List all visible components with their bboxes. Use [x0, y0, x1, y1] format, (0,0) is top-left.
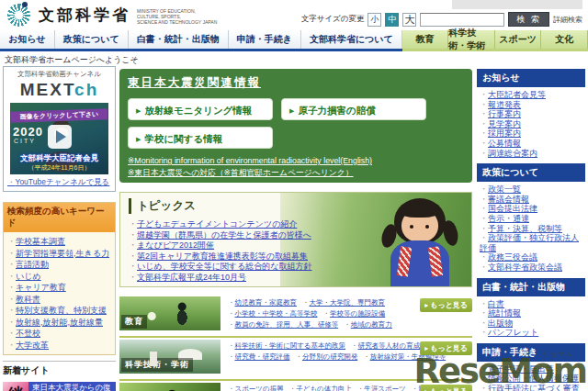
topic-link[interactable]: 子どもエデュテイメントコンテンツの紹介 [137, 219, 297, 229]
mext-logo-link[interactable]: 文部科学省 MINISTRY OF EDUCATION, CULTURE, SP… [7, 4, 217, 27]
global-nav: お知らせ政策について白書・統計・出版物申請・手続き文部科学省について 教育科学技… [0, 30, 588, 51]
nav-item[interactable]: スポーツ [495, 30, 542, 49]
sidebar-link[interactable]: 文部科学省政策会議 [488, 263, 562, 272]
site-subtitle-en: MINISTRY OF EDUCATION, CULTURE, SPORTS, … [137, 8, 217, 25]
keyword-link[interactable]: キャリア教育 [16, 283, 66, 292]
sports-photo[interactable]: スポーツ [119, 383, 220, 391]
mextch-channel-label: 文部科学省動画チャンネル [4, 70, 115, 79]
sidebar-link[interactable]: 大臣記者会見等 [488, 90, 546, 99]
topics-box: トピックス 子どもエデュテイメントコンテンツの紹介堀越学園（群馬県）の在学生と保… [119, 192, 472, 287]
category-link[interactable]: スポーツの振興 [228, 385, 284, 391]
sidebar-link[interactable]: 統計情報 [488, 308, 521, 318]
sidebar-link[interactable]: 告示・通達 [488, 214, 529, 223]
category-link[interactable]: 研究者等人材の育成 [351, 341, 420, 351]
sidebar-header: 白書・統計・出版物 [477, 278, 585, 296]
topic-link[interactable]: 堀越学園（群馬県）の在学生と保護者の皆様へ [137, 230, 311, 240]
keyword-link[interactable]: いじめ [16, 272, 41, 281]
keyword-link[interactable]: 新学習指導要領,生きる力 [16, 249, 109, 258]
youtube-channel-link[interactable]: YouTubeチャンネルで見る [7, 177, 115, 188]
disaster-button[interactable]: 放射線モニタリング情報 [128, 98, 273, 120]
keyword-link[interactable]: 不登校 [16, 329, 40, 338]
sidebar-link[interactable]: 政策評価・独立行政法人評価 [480, 233, 579, 252]
sidebar-link[interactable]: 出版物 [488, 318, 513, 328]
kizuna-banner[interactable]: 絆 東日本大震災からの復興 [3, 382, 116, 391]
disaster-title: 東日本大震災関連情報 [128, 75, 464, 91]
keyword-item: 大学改革 [7, 340, 113, 352]
sidebar-link[interactable]: 政務三役会議 [488, 252, 537, 262]
nav-item[interactable]: 科学技術・学術 [448, 30, 495, 49]
overlay-city: CITY [14, 138, 36, 144]
nav-item[interactable]: 政策について [55, 30, 129, 49]
disaster-link[interactable]: ※東日本大震災への対応（※首相官邸ホームページへリンク） [128, 167, 464, 179]
sidebar-links: 政策一覧審議会情報国会提出法律告示・通達予算・決算、税制等政策評価・独立行政法人… [477, 184, 585, 272]
site-header: 文部科学省 MINISTRY OF EDUCATION, CULTURE, SP… [0, 0, 588, 30]
category-link[interactable]: 科学技術・学術に関する基本的政策 [228, 341, 345, 351]
more-button-education[interactable]: もっと見る [420, 298, 472, 312]
disaster-button[interactable]: 学校に関する情報 [128, 127, 273, 149]
topic-link[interactable]: まなびピア2012開催 [137, 240, 214, 250]
keyword-link[interactable]: 特別支援教育、特別支援 [16, 306, 107, 315]
category-link[interactable]: 大学・大学院、専門教育 [302, 298, 385, 307]
nav-item[interactable]: 教育 [402, 30, 449, 49]
nav-item[interactable]: 文化 [541, 30, 588, 49]
sidebar-item: 告示・通達 [480, 214, 585, 224]
category-link[interactable]: 学校等の施設設備 [323, 309, 386, 318]
mextch-logo: MEXTch [4, 80, 115, 100]
sidebar-link[interactable]: 公募情報 [488, 139, 521, 148]
nav-item[interactable]: お知らせ [0, 30, 55, 49]
font-size-small-button[interactable]: 小 [368, 13, 381, 27]
sidebar-link[interactable]: 調達総合案内 [488, 149, 537, 158]
science-photo[interactable]: 科学技術・学術 [119, 340, 220, 374]
topic-link[interactable]: 文部科学広報平成24年10月号 [137, 273, 246, 282]
keyword-item: 言語活動 [7, 259, 113, 271]
nav-item[interactable]: 申請・手続き [229, 30, 301, 49]
sidebar-link[interactable]: 予算・決算、税制等 [488, 224, 562, 233]
keyword-item: キャリア教育 [7, 282, 113, 294]
topic-link[interactable]: 第2回キャリア教育推進連携表彰等の取組募集 [137, 251, 308, 261]
keyword-link[interactable]: 言語活動 [16, 260, 49, 269]
keyword-link[interactable]: 放射線,放射能,放射線量 [16, 318, 103, 327]
sidebar-link[interactable]: パンフレット [488, 328, 538, 337]
sidebar-link[interactable]: 政策一覧 [488, 184, 521, 194]
keyword-item: 教科書 [7, 294, 113, 306]
video-thumbnail[interactable]: 画像をクリックして下さい 2020 CITY 文部科学大臣記者会見 （平成24年… [10, 103, 108, 174]
category-link[interactable]: 小学校・中学校・高等学校 [228, 309, 318, 318]
category-link[interactable]: 子どもの体力向上 [289, 385, 352, 391]
sidebar-link[interactable]: 審議会情報 [488, 195, 529, 204]
education-photo[interactable]: 教育 [119, 296, 220, 330]
keyword-item: いじめ [7, 271, 113, 283]
watermark-ruby: リセマム [543, 350, 573, 359]
nav-green-group: 教育科学技術・学術スポーツ文化 [402, 30, 588, 51]
sidebar-item: 統計情報 [480, 308, 585, 318]
sidebar-link[interactable]: 採用案内 [488, 128, 521, 138]
category-link[interactable]: 教員の免許、採用、人事、研修等 [228, 320, 338, 330]
category-link[interactable]: 研究費・研究評価 [228, 352, 290, 362]
sidebar-link[interactable]: 見学案内 [488, 119, 521, 128]
category-link[interactable]: 地域の教育力 [344, 320, 392, 330]
category-link[interactable]: 生涯スポーツ [357, 385, 406, 391]
search-button[interactable]: 検 索 [508, 12, 549, 27]
disaster-button[interactable]: 原子力損害の賠償 [281, 98, 426, 120]
category-row-education: 教育 幼児教育・家庭教育大学・大学院、専門教育小学校・中学校・高等学校学校等の施… [119, 295, 472, 333]
keyword-link[interactable]: 教科書 [16, 295, 40, 304]
sidebar-link[interactable]: 国会提出法律 [488, 204, 537, 213]
disaster-links: ※Monitoring information of environmental… [128, 155, 464, 178]
keyword-link[interactable]: 大学改革 [16, 341, 49, 350]
font-size-medium-button[interactable]: 中 [385, 13, 399, 27]
advanced-search-link[interactable]: 詳細検索 [553, 15, 582, 25]
play-button-icon[interactable] [48, 125, 72, 149]
topic-item: 子どもエデュテイメントコンテンツの紹介 [129, 219, 471, 230]
category-link[interactable]: 幼児教育・家庭教育 [228, 298, 297, 307]
topic-link[interactable]: いじめ、学校安全等に関する総合的な取組方針 [137, 262, 311, 271]
disaster-link[interactable]: ※Monitoring information of environmental… [128, 155, 464, 167]
sidebar-link[interactable]: 報道発表 [488, 100, 521, 109]
header-controls: 文字サイズの変更 小 中 大 検 索 詳細検索 [301, 12, 582, 27]
nav-item[interactable]: 文部科学省について [301, 30, 402, 49]
sidebar-link[interactable]: 白書 [488, 299, 504, 308]
keyword-link[interactable]: 学校基本調査 [16, 237, 65, 246]
sidebar-link[interactable]: 行事案内 [488, 109, 521, 118]
font-size-large-button[interactable]: 大 [402, 13, 416, 27]
nav-item[interactable]: 白書・統計・出版物 [129, 30, 229, 49]
category-link[interactable]: 分野別の研究開発 [296, 352, 358, 362]
search-input[interactable] [420, 13, 504, 27]
